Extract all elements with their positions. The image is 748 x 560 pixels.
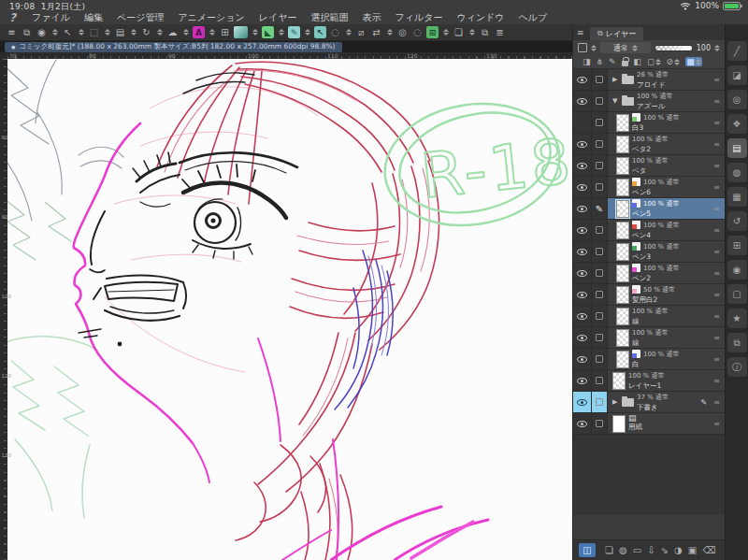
quick-access-panel-button[interactable]: ◉: [727, 260, 747, 280]
layer-row-main[interactable]: 100 % 通常ペン3≡: [608, 241, 725, 262]
row-handle-icon[interactable]: ≡: [713, 226, 721, 235]
layer-thumbnail[interactable]: [612, 415, 626, 433]
palette-color-stepper[interactable]: [591, 45, 597, 51]
stack-panel-button[interactable]: ⧉: [727, 333, 747, 352]
line-frame-icon[interactable]: ⧄: [355, 26, 367, 38]
layer-mask-button[interactable]: ◑: [674, 545, 683, 555]
visibility-cell[interactable]: [573, 284, 592, 305]
brush-settings-panel-button[interactable]: ◪: [727, 65, 747, 85]
pen-settings-icon[interactable]: ≣: [494, 26, 506, 38]
visibility-cell[interactable]: [573, 370, 592, 391]
chevron-updown-icon[interactable]: [77, 29, 85, 36]
chevron-updown-icon[interactable]: [277, 29, 285, 36]
checkbox-cell[interactable]: [592, 69, 608, 90]
layer-row-main[interactable]: 100 % 通常ベタ2≡: [608, 134, 725, 154]
select-layer-icon[interactable]: ◎: [396, 26, 409, 38]
visibility-cell[interactable]: [573, 349, 592, 369]
layer-checkbox[interactable]: [596, 226, 603, 234]
layer-row[interactable]: 50 % 通常髪用白2≡: [573, 284, 725, 306]
layer-row[interactable]: ✎100 % 通常ペン5≡: [573, 198, 725, 220]
chevron-updown-icon[interactable]: [385, 29, 394, 36]
eye-icon[interactable]: [577, 184, 587, 191]
draft-layer-icon[interactable]: ✎: [609, 57, 616, 66]
layers-panel-button[interactable]: ▤: [727, 138, 747, 158]
chevron-updown-icon[interactable]: [155, 29, 164, 36]
layer-row-main[interactable]: 100 % 通常ペン6≡: [608, 177, 725, 197]
chevron-updown-icon[interactable]: [208, 29, 216, 36]
layer-row-main[interactable]: ▼100 % 通常アズール≡: [608, 91, 725, 111]
layer-checkbox[interactable]: [596, 312, 603, 320]
layer-row[interactable]: 100 % 通常白≡: [573, 349, 725, 370]
chevron-updown-icon[interactable]: [50, 29, 59, 36]
delete-layer-button[interactable]: ⌫: [702, 545, 715, 555]
layer-checkbox[interactable]: [596, 76, 603, 83]
menu-item[interactable]: ファイル: [32, 11, 70, 24]
layer-checkbox[interactable]: [596, 334, 603, 341]
layer-checkbox[interactable]: [596, 119, 603, 126]
chevron-updown-icon[interactable]: [181, 29, 190, 36]
layer-checkbox[interactable]: [596, 162, 603, 169]
layer-thumbnail[interactable]: [616, 157, 629, 175]
layer-row[interactable]: 100 % 通常白3≡: [573, 112, 725, 134]
move-layer-icon[interactable]: ↖: [314, 26, 326, 38]
merge-down-button[interactable]: ⇘: [661, 545, 669, 555]
menu-item[interactable]: 編集: [84, 11, 103, 24]
eye-icon[interactable]: [577, 141, 587, 148]
clip-to-layer-below-icon[interactable]: ◨: [583, 57, 591, 66]
layer-checkbox[interactable]: [596, 420, 603, 427]
layer-row-main[interactable]: 100 % 通常白3≡: [608, 112, 725, 133]
layer-row[interactable]: 100 % 通常ベタ2≡: [573, 134, 725, 155]
visibility-cell[interactable]: [573, 241, 592, 262]
eye-icon[interactable]: [577, 313, 587, 320]
layer-checkbox[interactable]: [596, 140, 603, 148]
row-handle-icon[interactable]: ≡: [713, 355, 721, 364]
menu-item[interactable]: 選択範囲: [310, 11, 348, 24]
layer-thumbnail[interactable]: [616, 114, 629, 132]
eye-icon[interactable]: [577, 335, 587, 341]
row-handle-icon[interactable]: ≡: [713, 119, 721, 127]
color-panel-button[interactable]: ❖: [727, 114, 747, 134]
eye-icon[interactable]: [577, 98, 587, 105]
checkbox-cell[interactable]: [592, 241, 608, 262]
chevron-updown-icon[interactable]: [696, 59, 701, 65]
pen-panel-button[interactable]: ╱: [727, 41, 747, 61]
row-handle-icon[interactable]: ≡: [713, 312, 721, 321]
eye-icon[interactable]: [577, 227, 587, 234]
lock-transparent-icon[interactable]: ◧: [634, 57, 642, 66]
chevron-updown-icon[interactable]: [655, 59, 661, 65]
layer-row[interactable]: 100 % 通常ペン6≡: [573, 177, 725, 198]
row-handle-icon[interactable]: ≡: [713, 334, 721, 342]
lock-icon[interactable]: [622, 58, 628, 66]
snap-icon[interactable]: ◌: [411, 26, 424, 38]
row-handle-icon[interactable]: ≡: [713, 420, 721, 428]
checkbox-cell[interactable]: [592, 327, 608, 348]
layer-thumbnail[interactable]: [616, 200, 629, 218]
menu-item[interactable]: フィルター: [395, 11, 442, 24]
material-bag-icon[interactable]: ▤: [114, 26, 126, 38]
eye-icon[interactable]: [577, 292, 587, 298]
chevron-updown-icon[interactable]: [303, 29, 311, 36]
lasso-icon[interactable]: ◌: [329, 26, 341, 38]
layer-row[interactable]: ▤用紙≡: [573, 413, 725, 435]
layer-checkbox[interactable]: [596, 269, 603, 277]
visibility-cell[interactable]: [573, 134, 592, 154]
checkbox-cell[interactable]: [592, 263, 608, 283]
tab-layers[interactable]: ⧉ レイヤー: [590, 27, 643, 40]
menu-item[interactable]: ヘルプ: [519, 11, 548, 24]
material-panel-button[interactable]: ★: [727, 309, 747, 328]
document-tab[interactable]: ● コミック8[復元]* (188.00 x 263.00mm 製本サイズ:B5…: [5, 42, 342, 52]
layer-thumbnail[interactable]: [612, 372, 626, 390]
checkbox-cell[interactable]: [592, 155, 608, 176]
chevron-updown-icon[interactable]: [103, 29, 111, 36]
navigator-panel-button[interactable]: ⊞: [727, 236, 747, 255]
layer-thumbnail[interactable]: [616, 265, 629, 282]
checkbox-cell[interactable]: [592, 306, 608, 326]
figure-tool-icon[interactable]: ◣: [262, 26, 274, 38]
eye-icon[interactable]: [577, 356, 587, 363]
visibility-cell[interactable]: [573, 177, 592, 197]
layer-checkbox[interactable]: [596, 97, 603, 105]
history-panel-button[interactable]: ↺: [727, 211, 747, 231]
eye-icon[interactable]: [577, 163, 587, 169]
checkbox-cell[interactable]: [592, 177, 608, 197]
gallery-icon[interactable]: ◉: [36, 26, 48, 38]
